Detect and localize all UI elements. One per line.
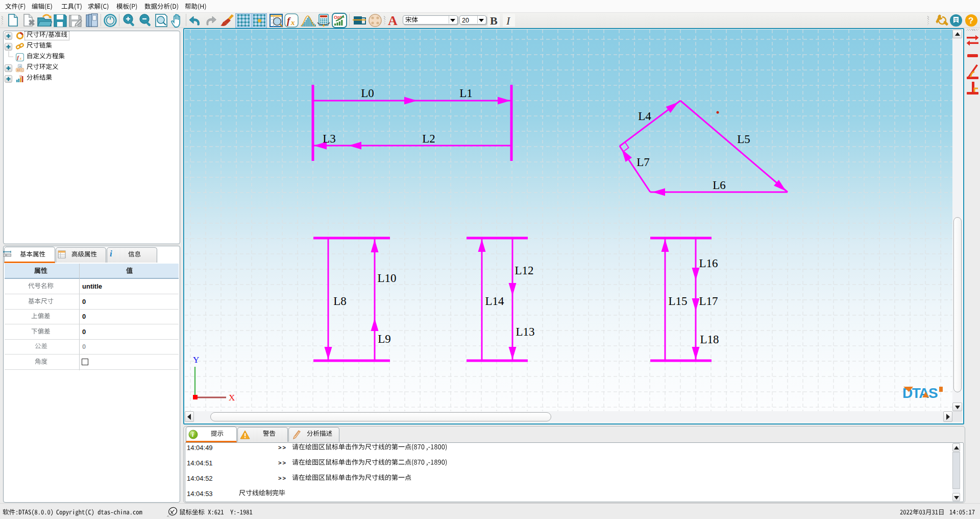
svg-text:L9: L9 [378, 333, 391, 345]
svg-text:L10: L10 [377, 272, 396, 285]
svg-text:x: x [290, 18, 295, 27]
svg-text:L17: L17 [699, 295, 718, 308]
svg-text:L8: L8 [333, 295, 347, 308]
svg-text:L7: L7 [636, 156, 650, 169]
svg-text:L0: L0 [361, 87, 374, 100]
svg-text:C: C [21, 68, 23, 72]
svg-text:L1: L1 [459, 87, 473, 100]
svg-text:A: A [19, 65, 21, 68]
svg-text:10: 10 [19, 75, 22, 78]
svg-text:L4: L4 [638, 110, 651, 123]
svg-text:L14: L14 [485, 295, 504, 308]
svg-text:X: X [229, 393, 235, 403]
svg-text:L15: L15 [668, 295, 687, 308]
svg-text:L6: L6 [713, 179, 726, 192]
svg-text:L16: L16 [699, 257, 718, 270]
svg-text:L13: L13 [516, 325, 534, 338]
svg-text:Y: Y [193, 355, 199, 365]
svg-text:L5: L5 [737, 133, 750, 146]
svg-text:L18: L18 [700, 333, 719, 346]
svg-text:B: B [17, 68, 19, 72]
svg-text:L2: L2 [422, 132, 435, 145]
svg-text:?: ? [968, 16, 973, 26]
svg-text:x: x [19, 56, 22, 61]
svg-text:L3: L3 [323, 132, 336, 145]
svg-text:L12: L12 [514, 264, 533, 277]
